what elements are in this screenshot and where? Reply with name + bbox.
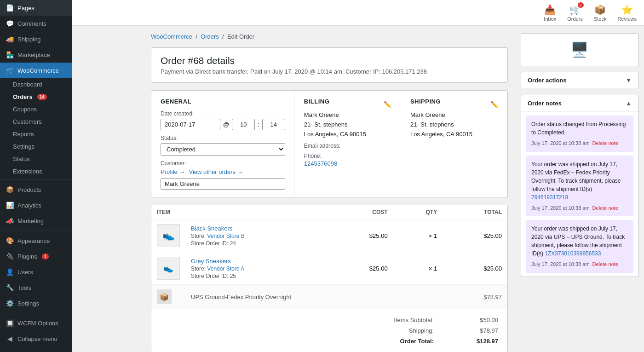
order-items-box: Item Cost Qty Total 👟 [151, 205, 508, 352]
plugins-badge: 1 [42, 254, 49, 260]
topbar-reviews[interactable]: ⭐ Reviews [617, 4, 637, 22]
item-1-order-id-label: Store Order ID: 24 [191, 240, 236, 247]
sidebar-item-pages[interactable]: 📄 Pages [0, 0, 72, 16]
breadcrumb-woocommerce[interactable]: WooCommerce [151, 33, 192, 40]
sidebar: 📄 Pages 💬 Comments 🚚 Shipping 🏪 Marketpl… [0, 0, 72, 352]
date-input[interactable] [161, 119, 220, 130]
billing-address2: Los Angeles, CA 90015 [304, 130, 391, 139]
sidebar-sub-customers[interactable]: Customers [0, 115, 72, 128]
analytics-icon: 📊 [6, 201, 14, 209]
sidebar-label-analytics: Analytics [17, 202, 41, 209]
sidebar-item-analytics[interactable]: 📊 Analytics [0, 197, 72, 213]
topbar-orders[interactable]: 🛒2 Orders [567, 4, 583, 22]
shipping-row-label: UPS Ground-Fedex Priority Overnight [185, 285, 443, 309]
sidebar-label-shipping: Shipping [17, 36, 41, 43]
sidebar-item-settings-main[interactable]: ⚙️ Settings [0, 295, 72, 311]
item-2-name-link[interactable]: Grey Sneakers [191, 258, 231, 265]
profile-link[interactable]: Profile → [161, 168, 185, 175]
sidebar-label-collapse: Collapse menu [17, 335, 58, 342]
sidebar-sub-settings[interactable]: Settings [0, 140, 72, 153]
col-cost: Cost [328, 205, 393, 219]
breadcrumb-orders[interactable]: Orders [201, 33, 219, 40]
breadcrumb: WooCommerce / Orders / Edit Order [151, 33, 508, 40]
shipping-name: Mark Greene [410, 110, 498, 120]
shipping-total-value: $78.97 [461, 327, 498, 334]
note-2-delete[interactable]: Delete note [592, 204, 618, 212]
sidebar-item-plugins[interactable]: 🔌 Plugins 1 [0, 248, 72, 264]
item-2-store-link[interactable]: Vendor Store A [207, 265, 244, 272]
sidebar-label-reports: Reports [13, 131, 34, 138]
sidebar-item-collapse[interactable]: ◀ Collapse menu [0, 331, 72, 346]
order-meta: Payment via Direct bank transfer. Paid o… [161, 68, 498, 75]
item-2-order-id-label: Store Order ID: 25 [191, 273, 236, 279]
note-1-delete[interactable]: Delete note [592, 139, 618, 147]
sidebar-sub-reports[interactable]: Reports [0, 128, 72, 140]
items-table: Item Cost Qty Total 👟 [151, 205, 507, 309]
billing-phone[interactable]: 1245376098 [304, 160, 337, 167]
topbar-inbox[interactable]: 📥 Inbox [544, 4, 556, 22]
sidebar-sub-extensions[interactable]: Extensions [0, 165, 72, 178]
sidebar-sub-status[interactable]: Status [0, 153, 72, 165]
topbar-stock[interactable]: 📦 Stock [594, 4, 607, 22]
item-1-total: $25.00 [443, 219, 507, 252]
sidebar-item-shipping[interactable]: 🚚 Shipping [0, 31, 72, 47]
order-details-box: General Date created: @ : Status: Pendin… [151, 90, 508, 197]
col-empty1 [185, 205, 257, 219]
users-icon: 👤 [6, 268, 14, 276]
order-notes-toggle[interactable]: ▲ [626, 100, 632, 107]
note-2-link[interactable]: 794619317218 [531, 194, 568, 201]
item-img-cell: 👟 [151, 252, 185, 285]
sidebar-item-appearance[interactable]: 🎨 Appearance [0, 233, 72, 248]
sidebar-item-comments[interactable]: 💬 Comments [0, 16, 72, 31]
subtotal-value: $50.00 [461, 317, 498, 323]
topbar-inbox-label: Inbox [544, 16, 556, 22]
item-1-name-link[interactable]: Black Sneakers [191, 225, 232, 232]
item-img-cell: 👟 [151, 219, 185, 252]
billing-section: Billing ✏️ Mark Greene 21- St. stephens … [295, 91, 401, 197]
order-notes-header: Order notes ▲ [521, 95, 638, 112]
order-total-value: $128.97 [461, 338, 498, 345]
appearance-icon: 🎨 [6, 237, 14, 245]
topbar-orders-label: Orders [567, 16, 583, 22]
sidebar-label-settings: Settings [13, 143, 34, 150]
orders-badge: 14 [37, 94, 47, 100]
note-3-delete[interactable]: Delete note [592, 260, 618, 268]
shipping-total-row: Shipping: $78.97 [161, 325, 498, 336]
topbar-reviews-icon: ⭐ [621, 4, 633, 15]
shipping-row: 📦 UPS Ground-Fedex Priority Overnight $7… [151, 285, 507, 309]
order-note-1: Order status changed from Processing to … [526, 115, 633, 152]
customer-input[interactable] [161, 178, 285, 190]
item-1-qty: × 1 [393, 219, 443, 252]
status-label: Status: [161, 135, 285, 141]
time-min-input[interactable] [262, 119, 285, 130]
woocommerce-icon: 🛒 [6, 66, 14, 75]
sidebar-sub-dashboard[interactable]: Dashboard [0, 78, 72, 91]
shipping-row-total: $78.97 [443, 285, 507, 309]
sidebar-label-appearance: Appearance [17, 237, 50, 244]
shipping-edit-icon[interactable]: ✏️ [490, 101, 498, 108]
sidebar-item-products[interactable]: 📦 Products [0, 182, 72, 197]
item-1-store-link[interactable]: Vendor Store B [207, 233, 244, 239]
sidebar-item-marketing[interactable]: 📣 Marketing [0, 213, 72, 229]
note-3-link[interactable]: 1ZX373010399956533 [545, 250, 601, 257]
col-qty: Qty [393, 205, 443, 219]
status-select[interactable]: Pending payment Processing On hold Compl… [161, 143, 285, 156]
order-title: Order #68 details [161, 55, 498, 66]
sidebar-label-coupons: Coupons [13, 106, 37, 113]
sidebar-sub-coupons[interactable]: Coupons [0, 103, 72, 115]
sidebar-label-dashboard: Dashboard [13, 81, 42, 88]
billing-edit-icon[interactable]: ✏️ [384, 101, 391, 108]
order-actions-toggle[interactable]: ▼ [626, 77, 632, 84]
sidebar-item-wcfm[interactable]: 🔲 WCFM Options [0, 315, 72, 331]
topbar-stock-label: Stock [594, 16, 607, 22]
products-icon: 📦 [6, 185, 14, 194]
view-orders-link[interactable]: View other orders → [189, 168, 243, 175]
time-hour-input[interactable] [232, 119, 255, 130]
sidebar-item-woocommerce[interactable]: 🛒 WooCommerce [0, 63, 72, 78]
item-2-details: Grey Sneakers Store: Vendor Store A Stor… [185, 252, 328, 285]
sidebar-item-tools[interactable]: 🔧 Tools [0, 280, 72, 295]
order-notes-widget: Order notes ▲ Order status changed from … [521, 95, 638, 277]
sidebar-item-marketplace[interactable]: 🏪 Marketplace [0, 47, 72, 63]
sidebar-sub-orders[interactable]: Orders 14 [0, 91, 72, 103]
sidebar-item-users[interactable]: 👤 Users [0, 264, 72, 280]
